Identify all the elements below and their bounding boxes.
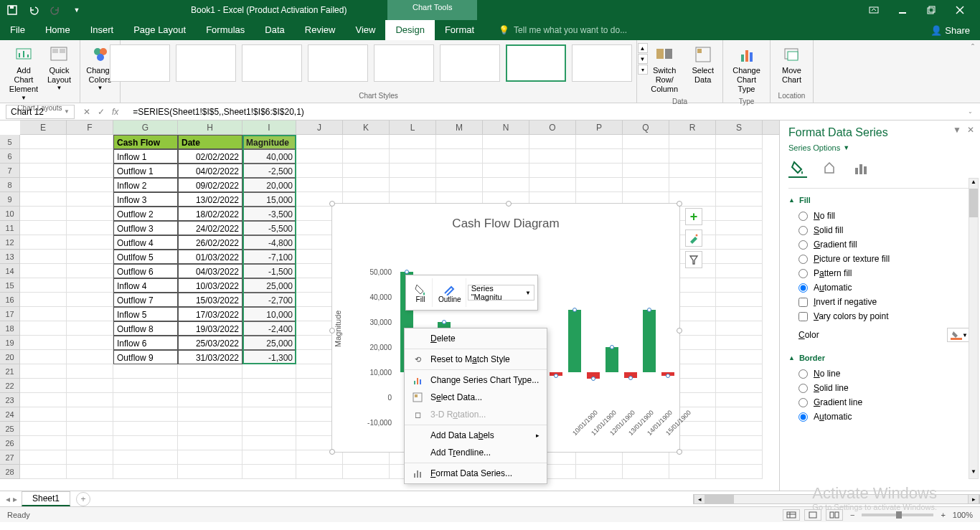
cell-F8[interactable] [67, 178, 113, 192]
row-header-10[interactable]: 10 [0, 207, 20, 221]
cell-F26[interactable] [67, 436, 113, 450]
col-header-J[interactable]: J [296, 120, 343, 134]
cell-L7[interactable] [390, 164, 436, 178]
row-header-26[interactable]: 26 [0, 436, 20, 450]
cell-Q27[interactable] [623, 450, 669, 465]
cell-F17[interactable] [67, 307, 113, 321]
cell-F19[interactable] [67, 336, 113, 350]
chart-style-8[interactable] [572, 44, 632, 82]
tab-format[interactable]: Format [435, 20, 484, 40]
cell-I24[interactable] [242, 407, 296, 422]
chart-style-4[interactable] [308, 44, 368, 82]
cell-S17[interactable] [716, 307, 763, 321]
horizontal-scrollbar[interactable]: ◂ ▸ [693, 494, 980, 504]
cell-S22[interactable] [716, 379, 763, 393]
cell-S6[interactable] [716, 149, 763, 164]
cell-E28[interactable] [20, 465, 67, 479]
cell-G9[interactable]: Inflow 3 [113, 192, 178, 207]
cell-P5[interactable] [576, 135, 623, 149]
invert-negative-check[interactable]: Invert if negative [788, 295, 971, 309]
cell-L5[interactable] [390, 135, 436, 149]
cell-S23[interactable] [716, 393, 763, 407]
chart-style-7[interactable] [506, 44, 566, 82]
cell-F27[interactable] [67, 450, 113, 465]
cell-I20[interactable]: -1,300 [242, 350, 296, 364]
change-chart-type-button[interactable]: Change Chart Type [729, 43, 764, 96]
cell-F22[interactable] [67, 379, 113, 393]
cell-P27[interactable] [576, 450, 623, 465]
col-header-L[interactable]: L [390, 120, 436, 134]
cell-G7[interactable]: Outflow 1 [113, 164, 178, 178]
cell-G17[interactable]: Inflow 5 [113, 307, 178, 321]
col-header-Q[interactable]: Q [623, 120, 669, 134]
cell-F20[interactable] [67, 350, 113, 364]
pane-close-icon[interactable]: ✕ [967, 125, 974, 135]
tab-view[interactable]: View [345, 20, 385, 40]
cell-M8[interactable] [436, 178, 483, 192]
cell-I23[interactable] [242, 393, 296, 407]
cell-F25[interactable] [67, 422, 113, 436]
col-header-K[interactable]: K [343, 120, 390, 134]
ctx-format-data-series[interactable]: Format Data Series... [405, 465, 547, 482]
cell-I28[interactable] [242, 465, 296, 479]
cell-F23[interactable] [67, 393, 113, 407]
cell-H9[interactable]: 13/02/2022 [178, 192, 242, 207]
chart-style-5[interactable] [374, 44, 434, 82]
cell-I13[interactable]: -7,100 [242, 250, 296, 264]
col-header-S[interactable]: S [716, 120, 763, 134]
select-data-button[interactable]: Select Data [689, 43, 717, 86]
cell-I11[interactable]: -5,500 [242, 221, 296, 235]
cell-G27[interactable] [113, 450, 178, 465]
row-header-20[interactable]: 20 [0, 350, 20, 364]
cell-E18[interactable] [20, 321, 67, 336]
zoom-level[interactable]: 100% [953, 511, 973, 519]
chart-filter-button[interactable] [685, 251, 702, 268]
cell-S18[interactable] [716, 321, 763, 336]
cell-M7[interactable] [436, 164, 483, 178]
pane-scrollbar[interactable]: ▲ ▼ [969, 178, 979, 479]
cell-G21[interactable] [113, 364, 178, 379]
solid-line-radio[interactable]: Solid line [788, 381, 971, 395]
row-header-25[interactable]: 25 [0, 422, 20, 436]
cell-F10[interactable] [67, 207, 113, 221]
series-options-tab-icon[interactable] [852, 159, 870, 178]
cell-I12[interactable]: -4,800 [242, 235, 296, 250]
cell-H21[interactable] [178, 364, 242, 379]
row-header-23[interactable]: 23 [0, 393, 20, 407]
cell-F21[interactable] [67, 364, 113, 379]
cell-O6[interactable] [529, 149, 576, 164]
cell-I19[interactable]: 25,000 [242, 336, 296, 350]
cell-E14[interactable] [20, 264, 67, 278]
sheet-tab-1[interactable]: Sheet1 [22, 491, 70, 506]
sheet-nav-next[interactable]: ▸ [13, 494, 17, 504]
cell-S24[interactable] [716, 407, 763, 422]
cell-I14[interactable]: -1,500 [242, 264, 296, 278]
pane-options-icon[interactable]: ▼ [953, 125, 961, 135]
cell-J7[interactable] [296, 164, 343, 178]
add-sheet-button[interactable]: + [76, 492, 90, 506]
cell-E15[interactable] [20, 278, 67, 293]
row-header-9[interactable]: 9 [0, 192, 20, 207]
cell-G28[interactable] [113, 465, 178, 479]
cell-P7[interactable] [576, 164, 623, 178]
add-chart-element-button[interactable]: Add Chart Element▼ [6, 43, 42, 103]
cell-L6[interactable] [390, 149, 436, 164]
row-header-11[interactable]: 11 [0, 221, 20, 235]
cell-H23[interactable] [178, 393, 242, 407]
cell-J6[interactable] [296, 149, 343, 164]
cell-J8[interactable] [296, 178, 343, 192]
cell-H19[interactable]: 25/03/2022 [178, 336, 242, 350]
cell-J28[interactable] [296, 465, 343, 479]
col-header-N[interactable]: N [483, 120, 529, 134]
cell-H7[interactable]: 04/02/2022 [178, 164, 242, 178]
cell-I26[interactable] [242, 436, 296, 450]
cell-G26[interactable] [113, 436, 178, 450]
ctx-delete[interactable]: Delete [405, 330, 547, 347]
cell-S15[interactable] [716, 278, 763, 293]
sheet-nav-prev[interactable]: ◂ [6, 494, 10, 504]
cell-G25[interactable] [113, 422, 178, 436]
vary-colors-check[interactable]: Vary colors by point [788, 309, 971, 323]
cell-R7[interactable] [669, 164, 716, 178]
cell-H17[interactable]: 17/03/2022 [178, 307, 242, 321]
col-header-G[interactable]: G [113, 120, 178, 134]
